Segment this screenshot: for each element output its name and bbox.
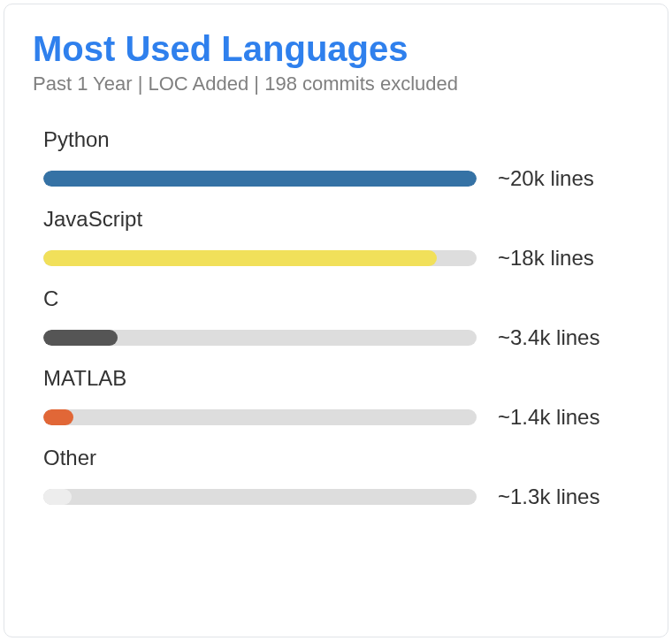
language-name: MATLAB bbox=[43, 366, 639, 391]
language-value: ~3.4k lines bbox=[498, 325, 599, 350]
language-row: ~1.4k lines bbox=[43, 405, 639, 430]
language-name: C bbox=[43, 286, 639, 311]
language-value: ~20k lines bbox=[498, 166, 594, 191]
language-item: Python~20k lines bbox=[43, 127, 639, 191]
bar-fill bbox=[43, 409, 73, 425]
language-name: JavaScript bbox=[43, 207, 639, 232]
language-value: ~1.3k lines bbox=[498, 485, 599, 509]
language-row: ~3.4k lines bbox=[43, 325, 639, 350]
language-row: ~1.3k lines bbox=[43, 485, 639, 509]
bar-track bbox=[43, 250, 477, 266]
language-value: ~1.4k lines bbox=[498, 405, 599, 430]
language-list: Python~20k linesJavaScript~18k linesC~3.… bbox=[33, 127, 639, 509]
bar-fill bbox=[43, 171, 477, 187]
bar-fill bbox=[43, 250, 437, 266]
card-subtitle: Past 1 Year | LOC Added | 198 commits ex… bbox=[33, 72, 639, 95]
language-row: ~18k lines bbox=[43, 246, 639, 271]
language-row: ~20k lines bbox=[43, 166, 639, 191]
languages-card: Most Used Languages Past 1 Year | LOC Ad… bbox=[4, 4, 668, 637]
language-value: ~18k lines bbox=[498, 246, 594, 271]
language-item: C~3.4k lines bbox=[43, 286, 639, 350]
card-title: Most Used Languages bbox=[33, 29, 639, 69]
language-name: Python bbox=[43, 127, 639, 152]
bar-fill bbox=[43, 489, 72, 505]
language-item: MATLAB~1.4k lines bbox=[43, 366, 639, 430]
bar-track bbox=[43, 409, 477, 425]
bar-fill bbox=[43, 330, 118, 346]
language-name: Other bbox=[43, 446, 639, 470]
bar-track bbox=[43, 330, 477, 346]
bar-track bbox=[43, 489, 477, 505]
bar-track bbox=[43, 171, 477, 187]
language-item: Other~1.3k lines bbox=[43, 446, 639, 509]
language-item: JavaScript~18k lines bbox=[43, 207, 639, 271]
